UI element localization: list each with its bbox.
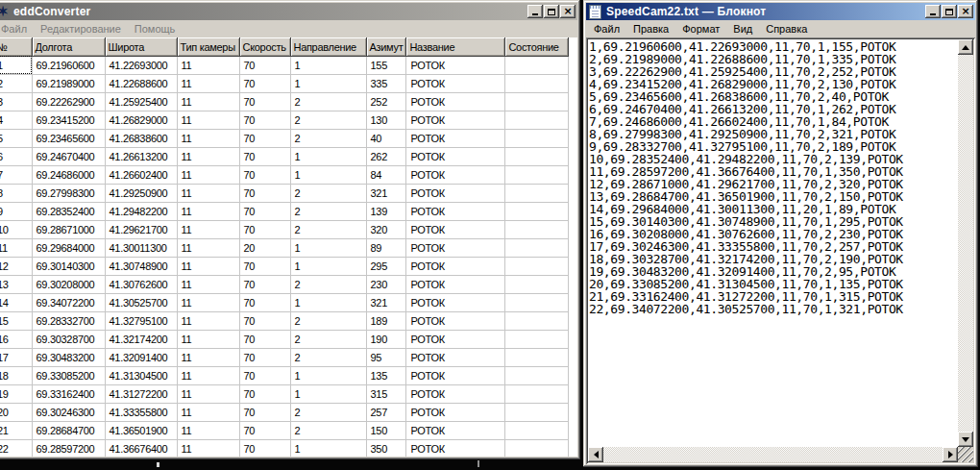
table-cell[interactable]: РОТОК [406,238,505,257]
table-cell[interactable]: РОТОК [406,165,505,184]
table-cell[interactable]: 69.33085200 [32,366,105,384]
table-cell[interactable]: 41.22693000 [105,56,177,74]
table-cell[interactable] [505,147,569,165]
table-cell[interactable]: 2 [290,220,366,238]
table-cell[interactable]: 70 [239,74,290,92]
table-cell[interactable]: 69.21989000 [32,74,105,92]
table-cell[interactable]: 11 [177,111,239,129]
table-cell[interactable]: 252 [366,92,406,111]
table-cell[interactable]: 2 [290,403,366,421]
close-button[interactable]: × [560,5,576,18]
table-cell[interactable]: РОТОК [406,421,505,439]
table-cell[interactable]: РОТОК [406,56,505,74]
table-cell[interactable]: 2 [290,330,366,348]
table-cell[interactable]: 41.31272200 [105,384,177,403]
table-cell[interactable]: 11 [177,184,239,202]
table-cell[interactable]: 41.29621700 [105,220,177,238]
table-cell[interactable]: 69.30246300 [32,403,105,421]
table-cell[interactable]: 41.26613200 [105,147,177,165]
table-cell[interactable]: 84 [366,165,406,184]
table-cell[interactable]: РОТОК [406,220,505,238]
table-cell[interactable]: 69.29684000 [32,238,105,257]
table-cell[interactable]: 295 [366,257,406,275]
table-cell[interactable]: 12 [0,257,32,275]
table-cell[interactable]: 70 [239,293,290,311]
table-cell[interactable] [505,348,569,366]
table-cell[interactable] [505,220,569,238]
notepad-titlebar[interactable]: SpeedCam22.txt — Блокнот × [586,3,975,20]
table-cell[interactable]: 2 [290,311,366,330]
table-cell[interactable]: 1 [290,384,366,403]
table-cell[interactable]: 70 [239,56,290,74]
table-cell[interactable] [505,366,569,384]
table-cell[interactable]: 69.28684700 [32,421,105,439]
table-cell[interactable]: 320 [366,220,406,238]
table-cell[interactable]: 69.23465600 [32,129,105,147]
table-cell[interactable]: 69.24670400 [32,147,105,165]
table-cell[interactable] [505,74,569,92]
table-cell[interactable] [505,92,569,111]
converter-titlebar[interactable]: ✶ eddConverter × [0,3,577,20]
table-cell[interactable]: 11 [177,92,239,111]
table-cell[interactable]: 70 [239,220,290,238]
table-cell[interactable]: 4 [0,111,32,129]
table-cell[interactable]: 11 [177,129,239,147]
menu-item[interactable]: Файл [587,21,626,37]
column-header[interactable]: Скорость [239,37,290,56]
table-cell[interactable]: 41.29482200 [105,202,177,220]
table-cell[interactable] [505,421,569,439]
table-cell[interactable]: 257 [366,403,406,421]
table-cell[interactable]: 70 [239,403,290,421]
table-cell[interactable]: РОТОК [406,275,505,293]
table-cell[interactable]: 41.36676400 [105,439,177,457]
table-cell[interactable]: РОТОК [406,348,505,366]
table-cell[interactable] [505,165,569,184]
table-cell[interactable] [505,384,569,403]
table-cell[interactable]: 2 [290,111,366,129]
notepad-text-area[interactable]: 1,69.21960600,41.22693000,11,70,1,155,РО… [589,40,957,446]
table-cell[interactable] [505,257,569,275]
table-cell[interactable]: 11 [177,275,239,293]
table-cell[interactable]: 350 [366,439,406,457]
table-cell[interactable]: 11 [177,384,239,403]
table-cell[interactable]: 2 [290,202,366,220]
table-cell[interactable]: 70 [239,111,290,129]
table-cell[interactable]: 41.33355800 [105,403,177,421]
table-cell[interactable]: 321 [366,293,406,311]
table-cell[interactable]: РОТОК [406,439,505,457]
table-cell[interactable]: 41.31304500 [105,366,177,384]
scroll-left-button[interactable] [588,447,603,462]
table-cell[interactable]: 70 [239,147,290,165]
menu-item[interactable]: Справка [759,21,814,37]
table-cell[interactable]: 70 [239,421,290,439]
menu-item[interactable]: Формат [675,21,726,37]
column-header[interactable]: Состояние [505,37,569,56]
table-cell[interactable]: 2 [290,184,366,202]
table-cell[interactable]: 40 [366,129,406,147]
table-cell[interactable]: 11 [177,238,239,257]
table-cell[interactable]: 1 [290,257,366,275]
column-header[interactable]: Широта [105,37,177,56]
table-cell[interactable] [505,311,569,330]
table-cell[interactable]: 69.30208000 [32,275,105,293]
table-cell[interactable]: 69.21960600 [32,56,105,74]
notepad-app-icon[interactable] [588,4,603,19]
table-cell[interactable]: РОТОК [406,74,505,92]
table-cell[interactable]: 321 [366,184,406,202]
table-cell[interactable]: 70 [239,330,290,348]
table-cell[interactable]: 11 [177,293,239,311]
table-cell[interactable] [505,238,569,257]
table-cell[interactable]: 70 [239,348,290,366]
table-cell[interactable] [505,202,569,220]
column-header[interactable]: Тип камеры [177,37,239,56]
table-cell[interactable] [505,330,569,348]
menu-item[interactable]: Файл [0,21,34,37]
column-header[interactable]: Направление [290,37,366,56]
table-cell[interactable]: 41.32091400 [105,348,177,366]
table-cell[interactable]: 2 [290,421,366,439]
table-cell[interactable]: 2 [290,348,366,366]
table-cell[interactable]: 5 [0,129,32,147]
table-cell[interactable]: 41.36501900 [105,421,177,439]
scroll-right-button[interactable] [943,447,958,462]
table-cell[interactable]: 11 [177,439,239,457]
